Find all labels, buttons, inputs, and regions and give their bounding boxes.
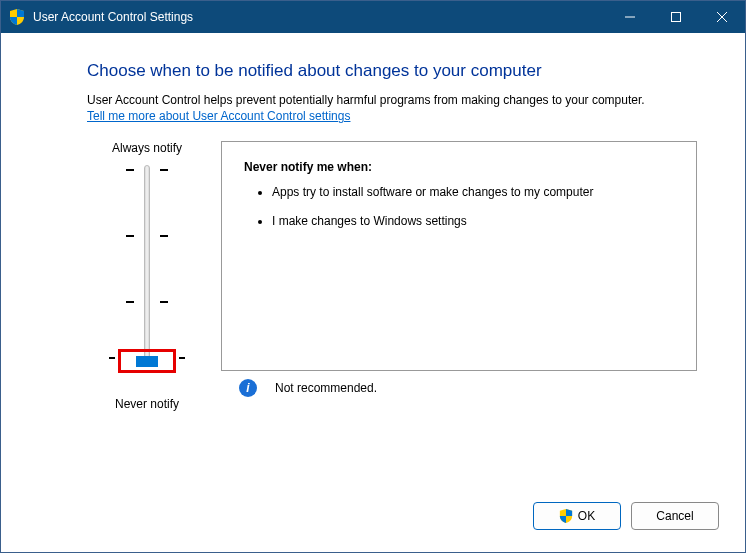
cancel-button[interactable]: Cancel [631, 502, 719, 530]
slider-bottom-label: Never notify [115, 397, 179, 411]
svg-rect-1 [672, 13, 681, 22]
slider-tick [109, 357, 115, 359]
description-column: Never notify me when: Apps try to instal… [221, 141, 697, 411]
close-button[interactable] [699, 1, 745, 33]
window-title: User Account Control Settings [33, 10, 607, 24]
ok-button[interactable]: OK [533, 502, 621, 530]
titlebar: User Account Control Settings [1, 1, 745, 33]
slider-thumb[interactable] [136, 356, 158, 367]
shield-icon [559, 509, 573, 523]
learn-more-link[interactable]: Tell me more about User Account Control … [87, 109, 350, 123]
slider-tick [126, 169, 134, 171]
shield-icon [9, 9, 25, 25]
description-box: Never notify me when: Apps try to instal… [221, 141, 697, 371]
minimize-button[interactable] [607, 1, 653, 33]
content-area: Choose when to be notified about changes… [1, 33, 745, 492]
list-item: Apps try to install software or make cha… [272, 184, 674, 201]
notification-slider[interactable] [117, 163, 177, 383]
slider-tick [160, 169, 168, 171]
slider-tick [126, 301, 134, 303]
cancel-button-label: Cancel [656, 509, 693, 523]
slider-column: Always notify Never notify [87, 141, 207, 411]
window-controls [607, 1, 745, 33]
list-item: I make changes to Windows settings [272, 213, 674, 230]
description-title: Never notify me when: [244, 160, 674, 174]
slider-thumb-highlight [118, 349, 176, 373]
recommendation-text: Not recommended. [275, 381, 377, 395]
info-icon: i [239, 379, 257, 397]
description-list: Apps try to install software or make cha… [244, 184, 674, 230]
slider-tick [160, 301, 168, 303]
slider-top-label: Always notify [112, 141, 182, 155]
recommendation-row: i Not recommended. [221, 379, 697, 397]
footer: OK Cancel [1, 492, 745, 552]
slider-tick [126, 235, 134, 237]
main-area: Always notify Never notify Never notify [87, 141, 697, 411]
slider-tick [160, 235, 168, 237]
maximize-button[interactable] [653, 1, 699, 33]
page-subtext: User Account Control helps prevent poten… [87, 93, 697, 107]
slider-track [144, 165, 150, 365]
page-heading: Choose when to be notified about changes… [87, 61, 697, 81]
ok-button-label: OK [578, 509, 595, 523]
slider-tick [179, 357, 185, 359]
